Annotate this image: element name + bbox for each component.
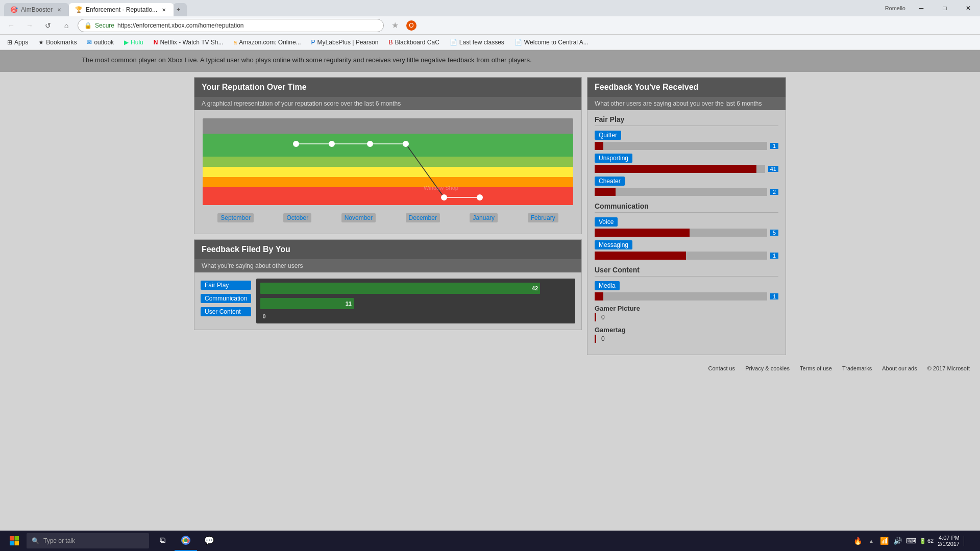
bm-blackboard[interactable]: B Blackboard CaC [385,38,442,47]
unsporting-row: Unsporting 41 [595,153,778,173]
show-desktop-icon[interactable] [964,536,974,546]
tab-title-enforcement: Enforcement - Reputatio... [86,6,157,13]
month-sep[interactable]: September [217,213,254,222]
forward-button[interactable]: → [22,18,37,33]
start-button[interactable] [2,531,27,551]
profile-icon[interactable]: O [406,20,416,31]
home-button[interactable]: ⌂ [59,18,74,33]
messaging-label[interactable]: Messaging [595,240,632,249]
fb-label-usercontent[interactable]: User Content [201,307,251,316]
taskbar: 🔍 Type or talk ⧉ 💬 🔥 ▲ 📶 🔊 [0,531,980,551]
tab-close-aimbooster[interactable]: ✕ [56,6,63,13]
keyboard-icon[interactable]: ⌨ [906,536,916,546]
mylabs-icon: P [311,39,315,46]
main-layout: Your Reputation Over Time A graphical re… [189,72,791,360]
volume-icon[interactable]: 🔊 [893,536,903,546]
month-jan[interactable]: January [470,213,498,222]
bm-lastfew[interactable]: 📄 Last few classes [447,38,507,47]
tab-enforcement[interactable]: 🏆 Enforcement - Reputatio... ✕ [69,3,174,16]
refresh-button[interactable]: ↺ [41,18,55,33]
quitter-bar-bg [595,142,767,150]
fb-bar-communication-value: 11 [346,300,352,307]
bm-hulu[interactable]: ▶ Hulu [121,38,146,47]
bm-netflix[interactable]: N Netflix - Watch TV Sh... [151,38,227,47]
tab-favicon: 🎯 [10,6,18,13]
tab-close-enforcement[interactable]: ✕ [160,6,167,13]
footer-contact[interactable]: Contact us [708,365,736,371]
favorites-icon[interactable]: ★ [388,18,402,33]
bm-mylabs[interactable]: P MyLabsPlus | Pearson [308,38,382,47]
voice-bar-num: 5 [770,230,778,236]
taskbar-app-taskview[interactable]: ⧉ [151,531,174,551]
cheater-label[interactable]: Cheater [595,177,625,186]
feedback-filed-card: Feedback Filed By You What you're saying… [194,239,582,330]
bm-outlook[interactable]: ✉ outlook [84,38,117,47]
tab-new[interactable]: + [174,3,187,16]
taskbar-clock[interactable]: 4:07 PM 2/1/2017 [938,535,960,547]
footer-privacy[interactable]: Privacy & cookies [745,365,790,371]
footer-copyright: © 2017 Microsoft [927,365,970,371]
cheater-bar-row: 2 [595,188,778,196]
month-nov[interactable]: November [341,213,376,222]
footer-about[interactable]: About our ads [882,365,917,371]
fb-bar-row-fairplay: 42 [260,283,571,294]
month-oct[interactable]: October [283,213,311,222]
minimize-button[interactable]: ─ [910,0,933,16]
gamertag-row: Gamertag 0 [595,325,778,343]
bm-apps[interactable]: ⊞ Apps [4,38,31,47]
window-controls: ─ □ ✕ [910,0,980,16]
search-icon: 🔍 [32,537,39,544]
bm-bookmarks[interactable]: ★ Bookmarks [35,38,80,47]
doc-icon-2: 📄 [514,39,522,46]
address-input[interactable]: 🔒 Secure https://enforcement.xbox.com/ho… [78,19,384,32]
month-dec[interactable]: December [406,213,440,222]
quitter-bar-fill [595,142,603,150]
taskbar-apps: ⧉ 💬 [151,531,220,551]
month-feb[interactable]: February [528,213,558,222]
network-icon[interactable]: 📶 [879,536,890,546]
maximize-button[interactable]: □ [933,0,957,16]
fb-bar-row-usercontent: 0 [260,313,571,319]
reputation-chart: Window Shop [203,118,573,210]
media-label[interactable]: Media [595,281,620,290]
footer-terms[interactable]: Terms of use [800,365,832,371]
gamer-picture-row: Gamer Picture 0 [595,304,778,322]
chart-point-feb [477,194,483,201]
media-bar-fill [595,292,603,300]
back-button[interactable]: ← [4,18,18,33]
fb-label-communication[interactable]: Communication [201,294,251,303]
bm-hulu-label: Hulu [131,39,143,46]
bm-welcome[interactable]: 📄 Welcome to Central A... [511,38,592,47]
months-row: September October November December Janu… [203,210,573,226]
media-row: Media 1 [595,281,778,300]
quitter-label[interactable]: Quitter [595,131,621,140]
voice-bar-bg [595,229,767,237]
fb-label-fairplay[interactable]: Fair Play [201,281,251,290]
title-bar: 🎯 AimBooster ✕ 🏆 Enforcement - Reputatio… [0,0,980,16]
flame-icon[interactable]: 🔥 [853,536,863,546]
taskbar-app-discord[interactable]: 💬 [198,531,220,551]
fb-bar-fairplay: 42 [260,283,540,294]
tab-aimbooster[interactable]: 🎯 AimBooster ✕ [4,3,69,16]
unsporting-label[interactable]: Unsporting [595,154,632,163]
messaging-bar-num: 1 [770,253,778,259]
bm-blackboard-label: Blackboard CaC [395,39,439,46]
voice-label[interactable]: Voice [595,217,618,227]
taskbar-search-label: Type or talk [43,537,75,544]
gamer-picture-bar [595,313,596,321]
fb-bar-communication: 11 [260,298,354,309]
footer-trademarks[interactable]: Trademarks [842,365,872,371]
up-arrow-icon[interactable]: ▲ [866,536,876,546]
taskbar-search[interactable]: 🔍 Type or talk [27,533,149,548]
taskbar-time: 4:07 PM [938,535,960,541]
feedback-labels: Fair Play Communication User Content [201,279,251,323]
taskbar-app-chrome[interactable] [175,531,197,551]
user-content-section-title: User Content [595,266,778,277]
svg-point-7 [184,539,187,542]
bm-amazon[interactable]: a Amazon.com: Online... [230,38,304,47]
bm-outlook-label: outlook [94,39,114,46]
fb-bar-row-communication: 11 [260,298,571,309]
bookmarks-bar: ⊞ Apps ★ Bookmarks ✉ outlook ▶ Hulu N Ne… [0,35,980,50]
close-button[interactable]: ✕ [957,0,980,16]
gamer-picture-value: 0 [601,313,605,322]
